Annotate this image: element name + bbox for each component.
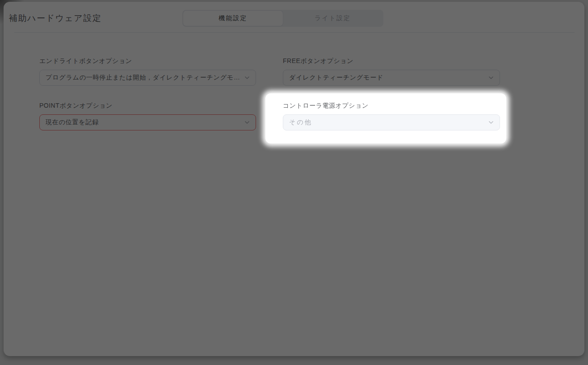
- controller-power-option-select[interactable]: その他: [283, 114, 500, 130]
- dim-overlay-mask: [0, 0, 588, 365]
- select-value: その他: [289, 118, 312, 126]
- form-field-controller-power-spotlight: コントローラ電源オプション その他: [265, 93, 506, 143]
- chevron-down-icon: [488, 119, 494, 126]
- field-label: コントローラ電源オプション: [283, 101, 500, 110]
